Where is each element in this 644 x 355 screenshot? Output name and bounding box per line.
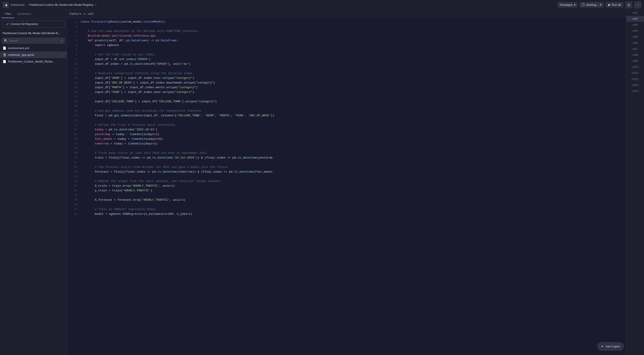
cell-item[interactable]: cell7 [626, 46, 644, 52]
file-name: Partitioned_Custom_Model_Resta... [8, 60, 59, 63]
code-line: 2 [67, 24, 626, 29]
code-line: 38 [67, 193, 626, 198]
code-line: 37 y_train = train['HOURLY_TRAFFIC'] [67, 188, 626, 193]
cell-item[interactable]: cell1 [626, 10, 644, 16]
cell-item[interactable]: cell8 [626, 52, 644, 58]
file-menu-icon[interactable]: ⋯ [61, 53, 64, 56]
cell-reference: cell7 [88, 12, 94, 16]
cell-item[interactable]: cell3 [626, 22, 644, 28]
code-line: 21 final = pd.get_dummies(data=input_df,… [67, 114, 626, 118]
editor-toolbar: Python ▾ as cell7 [67, 10, 626, 18]
code-line: 10 input_df.index = pd.to_datetime(df['E… [67, 62, 626, 66]
code-line: 35 # Remove the target from the input da… [67, 179, 626, 184]
cell-item[interactable]: cell4 [626, 28, 644, 34]
sidebar-tabs: Files Databases [0, 10, 67, 18]
code-line: 34 [67, 174, 626, 179]
run-icon: ▶ [608, 3, 610, 6]
connect-git-label: Connect Git Repository [10, 22, 38, 26]
code-line: 30 train = final[(final.index >= pd.to_d… [67, 156, 626, 160]
code-line: 15 input_df['MONTH'] = input_df.index.mo… [67, 85, 626, 90]
separator-icon: › [26, 3, 27, 6]
code-line: 18 input_df['COLLEGE_TOWN'] = input_df['… [67, 99, 626, 104]
copilot-icon: ✦ [601, 345, 604, 348]
cell-item[interactable]: cell9 [626, 58, 644, 64]
code-line: 4 @custom_model.partitioned_inference_ap… [67, 34, 626, 38]
code-line: 33 forecast = final[(final.index >= pd.t… [67, 170, 626, 174]
status-chevron-icon: ▾ [600, 3, 602, 6]
file-name: environment.yml [8, 46, 59, 50]
cell-item[interactable]: cell13 [626, 82, 644, 88]
code-line: 8 # Set the time column as our index. [67, 52, 626, 57]
code-block: 1 class ForecastingModel(custom_model.Cu… [67, 20, 626, 216]
code-line: 23 # Define the train & forecast split t… [67, 123, 626, 128]
code-line: 5 def predict(self, df: pd.DataFrame) ->… [67, 38, 626, 43]
sidebar: Files Databases ⎇ Connect Git Repository… [0, 10, 67, 355]
file-icon: 📓 [3, 53, 6, 56]
run-all-button[interactable]: ▶ Run all [606, 2, 624, 8]
code-line: 40 [67, 202, 626, 207]
code-line: 28 [67, 146, 626, 151]
list-item[interactable]: 📓 notebook_app.ipynb ⋯ [0, 51, 67, 58]
more-icon: ⋯ [636, 3, 639, 7]
code-line: 27 tomorrow = today + timedelta(days=1) [67, 142, 626, 146]
cell-item[interactable]: cell12 [626, 76, 644, 82]
code-line: 26 four_weeks = today + timedelta(days=2… [67, 137, 626, 142]
code-line: 22 [67, 118, 626, 123]
editor-area: Python ▾ as cell7 1 class ForecastingMod… [67, 10, 626, 355]
cell-item[interactable]: cell5 [626, 34, 644, 40]
status-label: Starting... [586, 3, 599, 6]
cell-item[interactable]: cell6 [626, 40, 644, 46]
main-layout: Files Databases ⎇ Connect Git Repository… [0, 10, 644, 355]
more-button[interactable]: ⋯ [634, 1, 641, 8]
project-title: Partitioned Custom ML Model with Model R… [0, 30, 67, 36]
list-item[interactable]: 📄 Partitioned_Custom_Model_Resta... ⋯ [0, 58, 67, 65]
back-icon: ◀ [5, 3, 7, 7]
code-line: 31 [67, 160, 626, 165]
code-line: 24 today = pd.to_datetime('2022-10-01') [67, 128, 626, 132]
run-all-label: Run all [612, 3, 621, 6]
code-line: 1 class ForecastingModel(custom_model.Cu… [67, 20, 626, 24]
code-line: 42 model = xgboost.XGBRegressor(n_estima… [67, 212, 626, 216]
status-indicator: Starting... ▾ [580, 2, 604, 8]
file-icon: 📄 [3, 46, 6, 50]
cell-item[interactable]: cell10 [626, 64, 644, 70]
code-line: 41 # Train an XGBoost regression model. [67, 207, 626, 212]
notebook-title: Partitioned Custom ML Model with Model R… [29, 3, 94, 6]
editor-content[interactable]: 1 class ForecastingModel(custom_model.Cu… [67, 18, 626, 355]
cell-panel: cell1 cell2 cell3 cell4 cell5 cell6 cell… [626, 10, 644, 355]
code-line: 32 # The forecast starts from October 1s… [67, 165, 626, 170]
code-line: 29 # Train data starts on June 16th 2018… [67, 151, 626, 156]
as-label: as [83, 12, 86, 16]
ask-copilot-button[interactable]: ✦ Ask Copilot [597, 342, 624, 350]
code-line: 25 yesterday = today - timedelta(days=1) [67, 132, 626, 137]
language-chevron-icon: ▾ [80, 12, 81, 16]
cell-item[interactable]: cell14 [626, 88, 644, 94]
code-line: 13 input_df['HOUR'] = input_df.index.hou… [67, 76, 626, 80]
add-file-button[interactable]: + [61, 39, 63, 42]
screenshot-button[interactable]: ⊡ [625, 1, 632, 8]
list-item[interactable]: 📄 environment.yml ⋯ [0, 45, 67, 51]
code-line: 19 [67, 104, 626, 109]
code-line: 20 # Use get_dummies (one-hot encoding) … [67, 109, 626, 114]
language-selector[interactable]: Python ▾ [70, 12, 81, 16]
spinner-icon [582, 3, 585, 6]
tab-databases[interactable]: Databases [14, 10, 34, 18]
cell-item[interactable]: cell11 [626, 70, 644, 76]
code-line: 3 # Use the same decorator as for method… [67, 29, 626, 34]
search-input[interactable] [9, 39, 60, 42]
tab-files[interactable]: Files [2, 10, 14, 18]
code-line: 16 input_df['YEAR'] = input_df.index.yea… [67, 90, 626, 95]
file-list: 📄 environment.yml ⋯ 📓 notebook_app.ipynb… [0, 45, 67, 355]
code-line: 6 import xgboost [67, 43, 626, 48]
code-line: 11 [67, 66, 626, 71]
search-icon: 🔍 [4, 39, 8, 42]
code-line: 36 X_train = train.drop('HOURLY_TRAFFIC'… [67, 184, 626, 188]
packages-button[interactable]: Packages ▾ [558, 2, 578, 8]
code-line: 39 X_forecast = forecast.drop('HOURLY_TR… [67, 198, 626, 202]
back-button[interactable]: ◀ [3, 2, 9, 8]
connect-git-button[interactable]: ⎇ Connect Git Repository [2, 20, 64, 28]
file-name: notebook_app.ipynb [8, 53, 59, 56]
cell-item[interactable]: cell2 [626, 16, 644, 22]
search-bar: 🔍 + [2, 38, 65, 44]
notebook-chevron-icon[interactable]: ▾ [95, 3, 96, 6]
